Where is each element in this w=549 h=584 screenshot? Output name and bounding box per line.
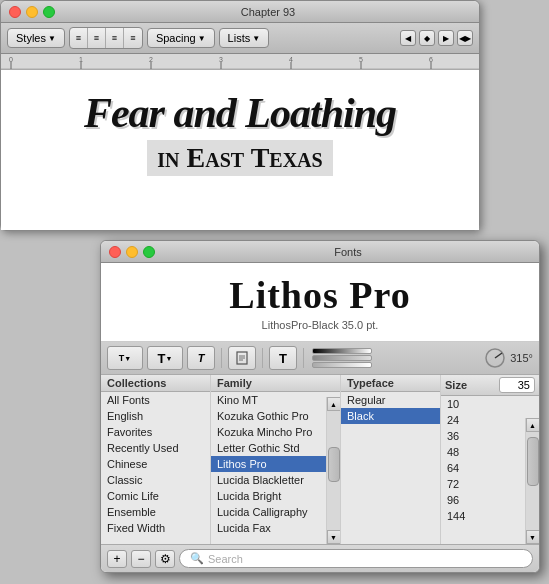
color-slider-1[interactable] — [312, 348, 372, 354]
size-72[interactable]: 72 — [441, 476, 525, 492]
size-24[interactable]: 24 — [441, 412, 525, 428]
size-scroll-track[interactable] — [526, 432, 540, 530]
svg-text:4: 4 — [289, 56, 293, 63]
document-icon — [235, 351, 249, 365]
collection-all-fonts[interactable]: All Fonts — [101, 392, 210, 408]
align-left-button[interactable]: ≡ — [70, 28, 88, 48]
size-96[interactable]: 96 — [441, 492, 525, 508]
family-letter-gothic[interactable]: Letter Gothic Std — [211, 440, 326, 456]
fonts-title-bar: Fonts — [101, 241, 539, 263]
nav-prev-button[interactable]: ◀ — [400, 30, 416, 46]
zoom-button[interactable] — [43, 6, 55, 18]
size-144[interactable]: 144 — [441, 508, 525, 524]
family-kino-mt[interactable]: Kino MT — [211, 392, 326, 408]
family-lucida-blackletter[interactable]: Lucida Blackletter — [211, 472, 326, 488]
typeface-regular[interactable]: Regular — [341, 392, 440, 408]
svg-text:1: 1 — [79, 56, 83, 63]
minimize-button[interactable] — [26, 6, 38, 18]
fonts-panel: Fonts Lithos Pro LithosPro-Black 35.0 pt… — [100, 240, 540, 573]
family-lucida-calligraphy[interactable]: Lucida Calligraphy — [211, 504, 326, 520]
family-scroll-track[interactable] — [327, 411, 341, 530]
size-36[interactable]: 36 — [441, 428, 525, 444]
collection-favorites[interactable]: Favorites — [101, 424, 210, 440]
size-input[interactable]: 35 — [499, 377, 535, 393]
text-bold-button[interactable]: T — [269, 346, 297, 370]
family-lucida-bright[interactable]: Lucida Bright — [211, 488, 326, 504]
doc-content: Fear and Loathing in East Texas — [1, 70, 479, 230]
doc-toolbar: Styles ▼ ≡ ≡ ≡ ≡ Spacing ▼ Lists ▼ ◀ ◆ ▶… — [1, 23, 479, 54]
align-right-button[interactable]: ≡ — [106, 28, 124, 48]
collection-ensemble[interactable]: Ensemble — [101, 504, 210, 520]
spacing-button[interactable]: Spacing ▼ — [147, 28, 215, 48]
size-header: Size — [445, 379, 499, 391]
text-style-arrow: ▼ — [124, 355, 131, 362]
collection-classic[interactable]: Classic — [101, 472, 210, 488]
size-scroll-thumb[interactable] — [527, 437, 539, 486]
family-lithos-pro[interactable]: Lithos Pro — [211, 456, 326, 472]
toolbar-separator-3 — [303, 348, 304, 368]
toolbar-separator-2 — [262, 348, 263, 368]
styles-button[interactable]: Styles ▼ — [7, 28, 65, 48]
family-header: Family — [211, 375, 340, 392]
size-scroll-down[interactable]: ▼ — [526, 530, 540, 544]
font-search-box[interactable]: 🔍 Search — [179, 549, 533, 568]
rotation-value: 315° — [510, 352, 533, 364]
family-scroll-up[interactable]: ▲ — [327, 397, 341, 411]
traffic-lights — [9, 6, 55, 18]
color-sliders — [312, 348, 372, 368]
collection-chinese[interactable]: Chinese — [101, 456, 210, 472]
size-scrollbar[interactable]: ▲ ▼ — [525, 418, 539, 544]
color-slider-3[interactable] — [312, 362, 372, 368]
nav-expand-button[interactable]: ◀▶ — [457, 30, 473, 46]
add-collection-button[interactable]: + — [107, 550, 127, 568]
fonts-close-button[interactable] — [109, 246, 121, 258]
collection-fixed-width[interactable]: Fixed Width — [101, 520, 210, 536]
size-header-row: Size 35 — [441, 375, 539, 396]
settings-button[interactable]: ⚙ — [155, 550, 175, 568]
svg-text:6: 6 — [429, 56, 433, 63]
collection-recently-used[interactable]: Recently Used — [101, 440, 210, 456]
toolbar-separator-1 — [221, 348, 222, 368]
fonts-traffic-lights — [109, 246, 155, 258]
family-kozuka-gothic[interactable]: Kozuka Gothic Pro — [211, 408, 326, 424]
size-64[interactable]: 64 — [441, 460, 525, 476]
family-scrollbar[interactable]: ▲ ▼ — [326, 397, 340, 544]
size-list-container: 10 24 36 48 64 72 96 144 ▲ ▼ — [441, 396, 539, 544]
text-document-button[interactable] — [228, 346, 256, 370]
text-size-button[interactable]: T▼ — [147, 346, 183, 370]
remove-collection-button[interactable]: − — [131, 550, 151, 568]
lists-button[interactable]: Lists ▼ — [219, 28, 270, 48]
size-10[interactable]: 10 — [441, 396, 525, 412]
size-column: Size 35 10 24 36 48 64 72 96 144 ▲ — [441, 375, 539, 544]
align-center-button[interactable]: ≡ — [88, 28, 106, 48]
collection-english[interactable]: English — [101, 408, 210, 424]
text-style-button[interactable]: T▼ — [107, 346, 143, 370]
family-kozuka-mincho[interactable]: Kozuka Mincho Pro — [211, 424, 326, 440]
color-slider-2[interactable] — [312, 355, 372, 361]
size-scroll-up[interactable]: ▲ — [526, 418, 540, 432]
svg-text:5: 5 — [359, 56, 363, 63]
typeface-list: Regular Black — [341, 392, 440, 544]
size-48[interactable]: 48 — [441, 444, 525, 460]
close-button[interactable] — [9, 6, 21, 18]
lists-arrow-icon: ▼ — [252, 34, 260, 43]
fonts-minimize-button[interactable] — [126, 246, 138, 258]
collections-header: Collections — [101, 375, 210, 392]
nav-diamond-button[interactable]: ◆ — [419, 30, 435, 46]
collection-comic-life[interactable]: Comic Life — [101, 488, 210, 504]
doc-title-text: Fear and Loathing — [31, 90, 449, 136]
fonts-panel-footer: + − ⚙ 🔍 Search — [101, 545, 539, 572]
text-t-button[interactable]: T — [187, 346, 215, 370]
family-lucida-fax[interactable]: Lucida Fax — [211, 520, 326, 536]
align-justify-button[interactable]: ≡ — [124, 28, 142, 48]
typeface-black[interactable]: Black — [341, 408, 440, 424]
collections-column: Collections All Fonts English Favorites … — [101, 375, 211, 544]
nav-next-button[interactable]: ▶ — [438, 30, 454, 46]
fonts-zoom-button[interactable] — [143, 246, 155, 258]
text-size-arrow: ▼ — [166, 355, 173, 362]
family-scroll-thumb[interactable] — [328, 447, 340, 483]
fonts-panel-title: Fonts — [165, 246, 531, 258]
family-list: Kino MT Kozuka Gothic Pro Kozuka Mincho … — [211, 392, 340, 544]
family-column: Family Kino MT Kozuka Gothic Pro Kozuka … — [211, 375, 341, 544]
family-scroll-down[interactable]: ▼ — [327, 530, 341, 544]
